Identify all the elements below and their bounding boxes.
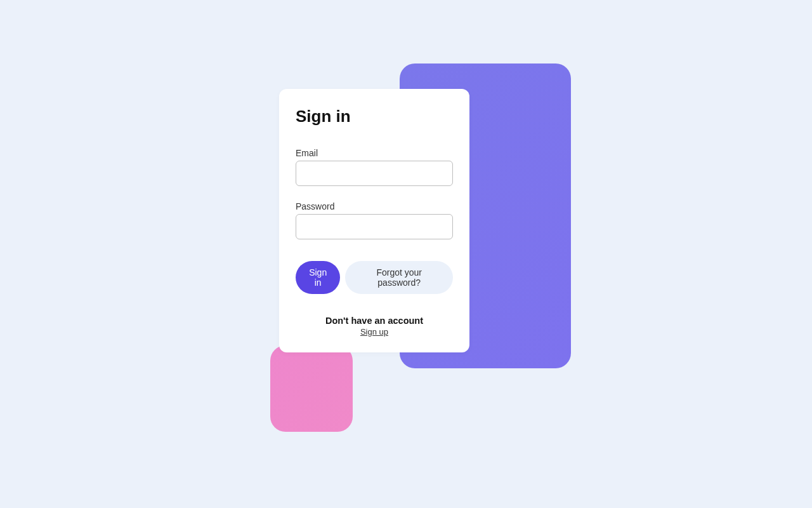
email-field-group: Email (296, 148, 453, 186)
signup-link[interactable]: Sign up (360, 327, 388, 337)
forgot-password-button[interactable]: Forgot your password? (345, 261, 453, 294)
password-label: Password (296, 201, 453, 211)
password-input[interactable] (296, 214, 453, 239)
card-footer: Don't have an account Sign up (296, 316, 453, 337)
signin-card: Sign in Email Password Sign in Forgot yo… (279, 89, 469, 352)
decorative-shape-pink (270, 345, 353, 432)
form-actions: Sign in Forgot your password? (296, 261, 453, 294)
page-title: Sign in (296, 107, 453, 126)
signin-button[interactable]: Sign in (296, 261, 340, 294)
login-stage: Sign in Email Password Sign in Forgot yo… (279, 89, 533, 419)
signup-prompt: Don't have an account (296, 316, 453, 326)
email-input[interactable] (296, 161, 453, 186)
email-label: Email (296, 148, 453, 158)
password-field-group: Password (296, 201, 453, 239)
